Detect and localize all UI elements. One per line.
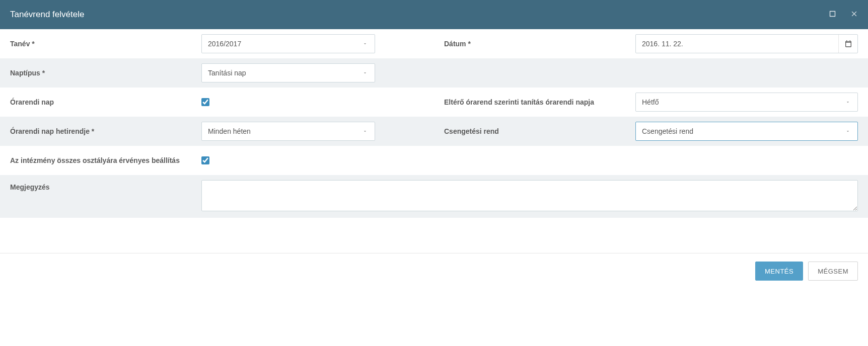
chevron-down-icon [355,129,375,134]
label-osszes-osztaly: Az intézmény összes osztályára érvényes … [10,156,201,164]
label-csengetesi: Csengetési rend [444,127,635,135]
row-megjegyzes: Megjegyzés [0,175,868,218]
date-datum[interactable] [635,34,858,53]
select-tanev[interactable]: 2016/2017 [201,34,375,53]
select-naptipus[interactable]: Tanítási nap [201,63,375,82]
select-hetirend-value: Minden héten [202,127,355,135]
chevron-down-icon [355,70,375,75]
chevron-down-icon [355,41,375,46]
select-eltero[interactable]: Hétfő [635,93,858,112]
dialog-title: Tanévrend felvétele [10,10,84,20]
row-hetirend-csengetesi: Órarendi nap hetirendje * Minden héten C… [0,117,868,146]
select-tanev-value: 2016/2017 [202,40,355,48]
row-orarendi-eltero: Órarendi nap Eltérő órarend szerinti tan… [0,88,868,117]
label-orarendi-nap: Órarendi nap [10,98,201,106]
select-naptipus-value: Tanítási nap [202,69,355,77]
textarea-megjegyzes[interactable] [201,180,858,211]
label-hetirend: Órarendi nap hetirendje * [10,127,201,135]
save-button[interactable]: MENTÉS [755,262,803,281]
checkbox-osszes-osztaly[interactable] [201,156,209,164]
cancel-button[interactable]: MÉGSEM [808,262,858,281]
chevron-down-icon [838,100,857,105]
row-osszes-osztaly: Az intézmény összes osztályára érvényes … [0,146,868,175]
maximize-icon[interactable] [829,10,836,19]
select-hetirend[interactable]: Minden héten [201,122,375,141]
chevron-down-icon [838,129,857,134]
select-csengetesi[interactable]: Csengetési rend [635,122,858,141]
dialog-header: Tanévrend felvétele [0,0,868,29]
label-tanev: Tanév * [10,40,201,48]
form-body: Tanév * 2016/2017 Dátum * [0,29,868,218]
select-csengetesi-value: Csengetési rend [636,127,838,135]
select-eltero-value: Hétfő [636,98,838,106]
label-naptipus: Naptípus * [10,69,201,77]
calendar-icon[interactable] [838,35,857,53]
date-input-datum[interactable] [636,35,838,53]
dialog-footer: MENTÉS MÉGSEM [0,253,868,289]
row-naptipus: Naptípus * Tanítási nap [0,58,868,88]
label-datum: Dátum * [444,40,635,48]
row-tanev-datum: Tanév * 2016/2017 Dátum * [0,29,868,58]
close-icon[interactable] [850,10,858,19]
header-window-controls [829,10,858,19]
label-eltero: Eltérő órarend szerinti tanítás órarendi… [444,98,635,106]
checkbox-orarendi-nap[interactable] [201,98,209,106]
label-megjegyzes: Megjegyzés [10,180,201,191]
